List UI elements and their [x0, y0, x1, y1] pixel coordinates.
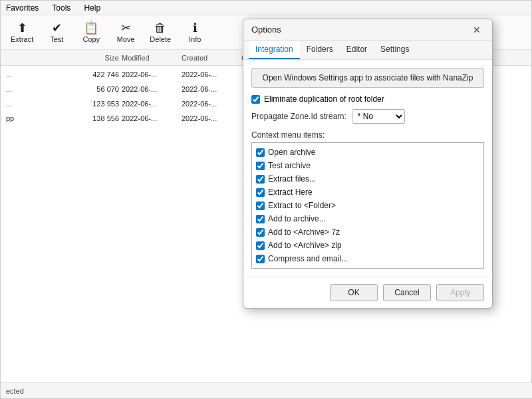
context-label-add-zip: Add to <Archive> zip	[268, 241, 342, 250]
apply-button: Apply	[436, 284, 484, 301]
context-label-add-7z: Add to <Archive> 7z	[268, 227, 340, 237]
dialog-footer: OK Cancel Apply	[243, 277, 492, 308]
tab-folders[interactable]: Folders	[300, 41, 340, 59]
file-size: 138 556	[72, 114, 119, 122]
extract-button[interactable]: ⬆ Extract	[6, 18, 38, 47]
file-size: 56 070	[72, 85, 119, 93]
dialog-title: Options	[251, 25, 281, 35]
context-label-open-archive: Open archive	[268, 148, 315, 157]
context-label-compress-7z-email: Compress to <Archive> 7z and email	[268, 267, 399, 269]
dialog-tabs: Integration Folders Editor Settings	[243, 41, 492, 60]
context-item-add-zip: Add to <Archive> zip	[255, 239, 481, 252]
file-name: ...	[6, 70, 72, 78]
context-label-extract-here: Extract Here	[268, 188, 313, 197]
context-checkbox-extract-here[interactable]	[256, 188, 265, 197]
context-item-extract-folder: Extract to <Folder>	[255, 199, 481, 212]
info-button[interactable]: ℹ Info	[179, 18, 211, 47]
eliminate-duplication-row: Eliminate duplication of root folder	[251, 94, 484, 104]
delete-button[interactable]: 🗑 Delete	[144, 18, 176, 47]
menu-tools[interactable]: Tools	[49, 2, 73, 14]
file-size: 422 746	[72, 70, 119, 78]
context-checkbox-add-zip[interactable]	[256, 241, 265, 250]
file-modified: 2022-06-...	[122, 70, 182, 78]
tab-editor[interactable]: Editor	[340, 41, 374, 59]
context-checkbox-open-archive[interactable]	[256, 148, 265, 157]
status-text: ected	[6, 387, 24, 395]
col-size-header: Size	[72, 54, 119, 62]
test-label: Test	[50, 35, 63, 43]
copy-button[interactable]: 📋 Copy	[75, 18, 107, 47]
dialog-content: Open Windows Settings app to associate f…	[243, 60, 492, 277]
file-name: pp	[6, 114, 72, 122]
context-item-compress-7z-email: Compress to <Archive> 7z and email	[255, 265, 481, 269]
extract-label: Extract	[11, 35, 33, 43]
tab-settings[interactable]: Settings	[374, 41, 416, 59]
context-checkbox-compress-7z-email[interactable]	[256, 268, 265, 269]
file-created: 2022-06-...	[182, 100, 241, 108]
tab-integration[interactable]: Integration	[249, 41, 300, 59]
dialog-close-button[interactable]: ✕	[469, 23, 484, 37]
context-checkbox-extract-folder[interactable]	[256, 201, 265, 210]
move-icon: ✂	[121, 22, 131, 34]
context-checkbox-add-7z[interactable]	[256, 228, 265, 237]
context-label-test-archive: Test archive	[268, 161, 311, 170]
ok-button[interactable]: OK	[330, 284, 378, 301]
propagate-row: Propagate Zone.Id stream: * No Yes No	[251, 109, 484, 124]
file-size: 123 953	[72, 100, 119, 108]
delete-label: Delete	[150, 35, 171, 43]
context-label-extract-folder: Extract to <Folder>	[268, 201, 336, 210]
associate-files-button[interactable]: Open Windows Settings app to associate f…	[251, 68, 484, 88]
file-name: ...	[6, 100, 72, 108]
file-created: 2022-06-...	[182, 114, 241, 122]
context-label-compress-email: Compress and email...	[268, 254, 348, 263]
menu-bar: Favorites Tools Help	[1, 1, 531, 15]
context-item-test-archive: Test archive	[255, 159, 481, 172]
status-bar: ected	[1, 382, 532, 398]
file-name: ...	[6, 85, 72, 93]
file-modified: 2022-06-...	[122, 100, 182, 108]
delete-icon: 🗑	[154, 22, 166, 34]
test-icon: ✔	[52, 22, 62, 34]
context-menu-label: Context menu items:	[251, 130, 484, 140]
menu-favorites[interactable]: Favorites	[3, 2, 41, 14]
col-created-header: Created	[182, 54, 241, 62]
context-item-extract-here: Extract Here	[255, 186, 481, 199]
extract-icon: ⬆	[17, 22, 27, 34]
move-label: Move	[117, 35, 135, 43]
col-modified-header: Modified	[122, 54, 182, 62]
file-modified: 2022-06-...	[122, 85, 182, 93]
context-label-extract-files: Extract files...	[268, 174, 316, 184]
context-label-add-archive: Add to archive...	[268, 214, 326, 223]
propagate-label: Propagate Zone.Id stream:	[251, 112, 346, 121]
context-menu-list: Open archive Test archive Extract files.…	[251, 142, 484, 269]
dialog-titlebar: Options ✕	[243, 19, 492, 41]
file-modified: 2022-06-...	[122, 114, 182, 122]
info-icon: ℹ	[193, 22, 198, 34]
context-item-add-archive: Add to archive...	[255, 212, 481, 225]
cancel-button[interactable]: Cancel	[383, 284, 431, 301]
propagate-select[interactable]: * No Yes No	[352, 109, 405, 124]
context-item-open-archive: Open archive	[255, 146, 481, 159]
copy-icon: 📋	[84, 22, 98, 34]
menu-help[interactable]: Help	[81, 2, 103, 14]
eliminate-duplication-checkbox[interactable]	[251, 95, 260, 104]
info-label: Info	[189, 35, 201, 43]
eliminate-duplication-label: Eliminate duplication of root folder	[264, 94, 384, 104]
file-created: 2022-06-...	[182, 70, 241, 78]
context-item-add-7z: Add to <Archive> 7z	[255, 225, 481, 239]
context-checkbox-add-archive[interactable]	[256, 215, 265, 223]
context-item-extract-files: Extract files...	[255, 172, 481, 186]
context-checkbox-compress-email[interactable]	[256, 255, 265, 263]
move-button[interactable]: ✂ Move	[110, 18, 142, 47]
options-dialog: Options ✕ Integration Folders Editor Set…	[243, 19, 493, 309]
context-checkbox-extract-files[interactable]	[256, 175, 265, 184]
test-button[interactable]: ✔ Test	[41, 18, 72, 47]
context-checkbox-test-archive[interactable]	[256, 162, 265, 170]
context-item-compress-email: Compress and email...	[255, 252, 481, 265]
file-created: 2022-06-...	[182, 85, 241, 93]
copy-label: Copy	[82, 35, 100, 43]
